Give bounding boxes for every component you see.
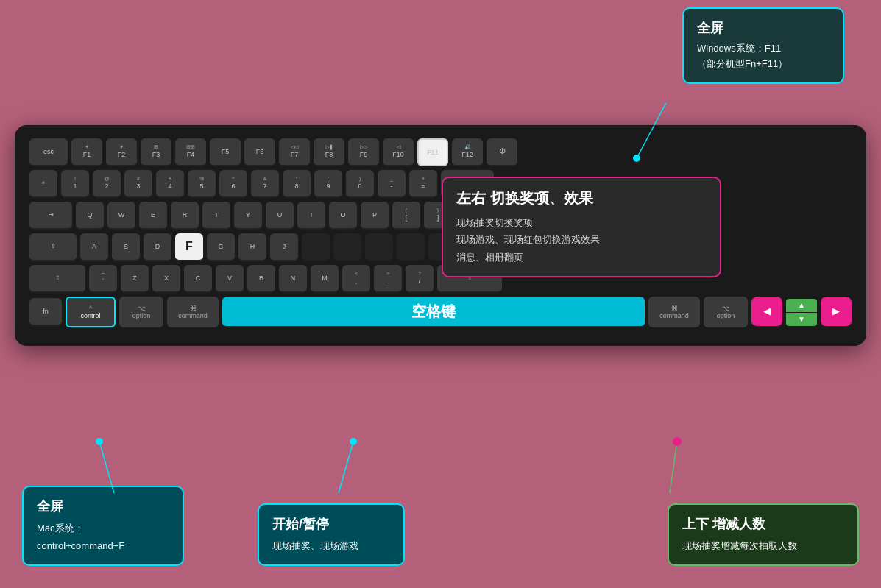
- key-f[interactable]: F: [175, 233, 203, 261]
- key-space[interactable]: 空格键: [222, 297, 645, 327]
- key-y[interactable]: Y: [234, 202, 262, 230]
- svg-point-6: [350, 438, 357, 445]
- key-f11[interactable]: F11: [417, 138, 448, 166]
- key-s[interactable]: S: [112, 233, 140, 261]
- key-tilde[interactable]: ±: [29, 170, 57, 198]
- svg-line-3: [670, 442, 677, 493]
- key-v[interactable]: V: [216, 265, 244, 293]
- key-f8[interactable]: ▷❚ F8: [314, 138, 344, 166]
- keyboard: esc ☀ F1 ☀ F2 ⊞ F3 ⊞⊞ F4 F5 F6 ◁◁ F7 ▷❚ …: [15, 125, 866, 346]
- key-i[interactable]: I: [297, 202, 325, 230]
- tooltip-fullscreen-windows: 全屏 Windows系统：F11 （部分机型Fn+F11）: [682, 7, 844, 84]
- key-w[interactable]: W: [107, 202, 135, 230]
- key-arrow-updown: ▲ ▼: [786, 299, 817, 326]
- key-arrow-right[interactable]: ▶: [821, 297, 852, 327]
- key-f5[interactable]: F5: [210, 138, 241, 166]
- tooltip-fullscreen-windows-desc: Windows系统：F11 （部分机型Fn+F11）: [697, 41, 829, 72]
- key-semi[interactable]: [365, 233, 393, 261]
- key-f10[interactable]: ◁ F10: [383, 138, 414, 166]
- key-p[interactable]: P: [361, 202, 389, 230]
- tooltip-fullscreen-windows-title: 全屏: [697, 19, 829, 37]
- tooltip-count-title: 上下 增减人数: [682, 515, 844, 533]
- key-3[interactable]: # 3: [124, 170, 152, 198]
- key-fn-bottom[interactable]: fn: [29, 298, 62, 326]
- key-comma[interactable]: <,: [342, 265, 370, 293]
- key-e[interactable]: E: [139, 202, 167, 230]
- svg-point-5: [96, 438, 103, 445]
- key-shift-left[interactable]: ⇧: [29, 265, 85, 293]
- key-9[interactable]: ( 9: [314, 170, 342, 198]
- key-f2[interactable]: ☀ F2: [106, 138, 137, 166]
- key-command-right[interactable]: ⌘ command: [648, 297, 700, 327]
- key-f6[interactable]: F6: [244, 138, 275, 166]
- tooltip-fullscreen-mac: 全屏 Mac系统： control+command+F: [22, 486, 184, 566]
- zxcv-row: ⇧ ~` Z X C V B N M <, >. ?/ ⇧: [29, 265, 852, 293]
- key-command-left[interactable]: ⌘ command: [167, 297, 219, 327]
- key-6[interactable]: ^ 6: [219, 170, 247, 198]
- key-f12[interactable]: 🔊 F12: [452, 138, 483, 166]
- key-f7[interactable]: ◁◁ F7: [279, 138, 310, 166]
- key-control[interactable]: ^ control: [66, 297, 116, 327]
- key-1[interactable]: ! 1: [61, 170, 89, 198]
- key-u[interactable]: U: [266, 202, 294, 230]
- key-equals[interactable]: + =: [409, 170, 437, 198]
- key-2[interactable]: @ 2: [93, 170, 121, 198]
- svg-line-2: [339, 442, 353, 493]
- asdf-row: ⇪ A S D F G H J ✕: [29, 233, 852, 261]
- key-q[interactable]: Q: [76, 202, 104, 230]
- key-bracket-l[interactable]: {[: [392, 202, 420, 230]
- key-0[interactable]: ) 0: [346, 170, 374, 198]
- key-k[interactable]: [302, 233, 330, 261]
- key-j[interactable]: J: [270, 233, 298, 261]
- key-h[interactable]: H: [238, 233, 266, 261]
- tooltip-mac-desc: Mac系统： control+command+F: [37, 520, 169, 554]
- key-option-right[interactable]: ⌥ option: [704, 297, 748, 327]
- popup-title: 左右 切换奖项、效果: [456, 188, 707, 208]
- key-f9[interactable]: ▷▷ F9: [348, 138, 379, 166]
- key-tilde2[interactable]: ~`: [89, 265, 117, 293]
- key-4[interactable]: $ 4: [156, 170, 184, 198]
- key-b[interactable]: B: [247, 265, 275, 293]
- key-caps[interactable]: ⇪: [29, 233, 77, 261]
- key-arrow-left[interactable]: ◀: [751, 297, 782, 327]
- key-m[interactable]: M: [311, 265, 339, 293]
- tooltip-count-desc: 现场抽奖增减每次抽取人数: [682, 537, 844, 554]
- key-o[interactable]: O: [329, 202, 357, 230]
- key-l[interactable]: [333, 233, 361, 261]
- key-power[interactable]: ⏻: [487, 138, 517, 166]
- key-g[interactable]: G: [207, 233, 235, 261]
- key-arrow-down[interactable]: ▼: [786, 313, 817, 326]
- key-f3[interactable]: ⊞ F3: [141, 138, 171, 166]
- key-7[interactable]: & 7: [251, 170, 279, 198]
- key-arrow-up[interactable]: ▲: [786, 299, 817, 312]
- key-r[interactable]: R: [171, 202, 199, 230]
- number-row: ± ! 1 @ 2 # 3 $ 4 % 5 ^ 6 & 7: [29, 170, 852, 198]
- qwerty-row: ⇥ Q W E R T Y U I O P {[ }] ⏎: [29, 202, 852, 230]
- key-8[interactable]: * 8: [283, 170, 311, 198]
- key-minus[interactable]: _ -: [378, 170, 406, 198]
- key-tab[interactable]: ⇥: [29, 202, 72, 230]
- key-quote[interactable]: [397, 233, 425, 261]
- tooltip-start-desc: 现场抽奖、现场游戏: [272, 537, 390, 554]
- key-slash[interactable]: ?/: [406, 265, 434, 293]
- key-period[interactable]: >.: [374, 265, 402, 293]
- tooltip-start-pause: 开始/暂停 现场抽奖、现场游戏: [258, 503, 405, 566]
- key-x[interactable]: X: [152, 265, 180, 293]
- key-z[interactable]: Z: [121, 265, 149, 293]
- key-c[interactable]: C: [184, 265, 212, 293]
- key-esc[interactable]: esc: [29, 138, 68, 166]
- svg-point-7: [673, 437, 682, 446]
- key-option-left[interactable]: ⌥ option: [119, 297, 163, 327]
- popup-desc: 现场抽奖切换奖项 现场游戏、现场红包切换游戏效果 消息、相册翻页: [456, 214, 707, 266]
- tooltip-start-title: 开始/暂停: [272, 515, 390, 533]
- key-f1[interactable]: ☀ F1: [71, 138, 102, 166]
- key-t[interactable]: T: [202, 202, 230, 230]
- key-n[interactable]: N: [279, 265, 307, 293]
- key-a[interactable]: A: [80, 233, 108, 261]
- tooltip-updown-count: 上下 增减人数 现场抽奖增减每次抽取人数: [668, 503, 859, 566]
- key-5[interactable]: % 5: [188, 170, 216, 198]
- key-d[interactable]: D: [144, 233, 171, 261]
- tooltip-mac-title: 全屏: [37, 497, 169, 515]
- key-f4[interactable]: ⊞⊞ F4: [175, 138, 206, 166]
- keyboard-popup-leftright: 左右 切换奖项、效果 现场抽奖切换奖项 现场游戏、现场红包切换游戏效果 消息、相…: [442, 177, 721, 277]
